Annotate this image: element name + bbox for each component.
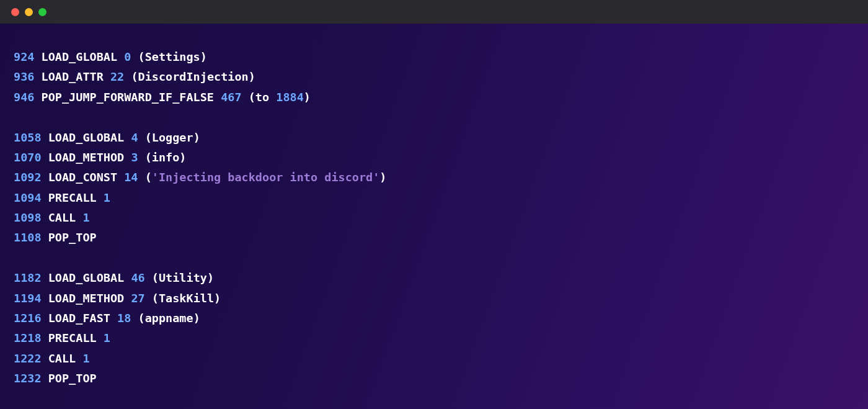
- bytecode-oparg: 3: [131, 151, 138, 164]
- bytecode-listing: 924 LOAD_GLOBAL 0 (Settings)936 LOAD_ATT…: [0, 24, 868, 409]
- bytecode-oparg: 1: [104, 191, 110, 204]
- bytecode-arg-name: appname: [145, 312, 193, 325]
- bytecode-opcode: CALL: [48, 352, 76, 365]
- bytecode-line: 1092 LOAD_CONST 14 ('Injecting backdoor …: [14, 168, 868, 187]
- bytecode-opcode: LOAD_GLOBAL: [48, 131, 125, 144]
- bytecode-line: 1182 LOAD_GLOBAL 46 (Utility): [14, 268, 868, 288]
- bytecode-oparg: 1: [104, 331, 110, 344]
- bytecode-offset: 1182: [14, 271, 42, 284]
- bytecode-offset: 936: [14, 70, 34, 83]
- bytecode-offset: 946: [14, 91, 34, 104]
- bytecode-const-string: 'Injecting backdoor into discord': [152, 171, 380, 184]
- bytecode-arg-name: Logger: [152, 131, 193, 144]
- bytecode-opcode: LOAD_GLOBAL: [42, 50, 118, 63]
- close-icon[interactable]: [11, 8, 19, 16]
- blank-line: [14, 107, 868, 127]
- bytecode-offset: 1218: [14, 331, 42, 344]
- bytecode-opcode: LOAD_GLOBAL: [48, 271, 125, 284]
- bytecode-oparg: 22: [110, 70, 124, 83]
- bytecode-oparg: 14: [124, 171, 138, 184]
- bytecode-line: 924 LOAD_GLOBAL 0 (Settings): [14, 47, 868, 67]
- bytecode-line: 1232 POP_TOP: [14, 369, 868, 389]
- window-titlebar: [0, 0, 868, 24]
- bytecode-offset: 1232: [14, 372, 42, 385]
- bytecode-opcode: PRECALL: [48, 191, 97, 204]
- bytecode-line: 1222 CALL 1: [14, 349, 868, 369]
- bytecode-opcode: POP_JUMP_FORWARD_IF_FALSE: [42, 91, 214, 104]
- bytecode-offset: 1058: [14, 131, 42, 144]
- bytecode-arg-name: DiscordInjection: [138, 70, 249, 83]
- bytecode-offset: 1092: [14, 171, 42, 184]
- bytecode-line: 1098 CALL 1: [14, 208, 868, 228]
- bytecode-offset: 1070: [14, 151, 42, 164]
- bytecode-oparg: 4: [131, 131, 138, 144]
- bytecode-offset: 1094: [14, 191, 42, 204]
- bytecode-offset: 924: [14, 50, 34, 63]
- bytecode-arg-name: Settings: [145, 50, 200, 63]
- bytecode-oparg: 1: [82, 211, 89, 224]
- minimize-icon[interactable]: [25, 8, 33, 16]
- bytecode-line: 946 POP_JUMP_FORWARD_IF_FALSE 467 (to 18…: [14, 88, 868, 107]
- bytecode-offset: 1194: [14, 292, 42, 305]
- blank-line: [14, 248, 868, 268]
- bytecode-oparg: 27: [131, 292, 144, 305]
- bytecode-opcode: POP_TOP: [48, 372, 97, 385]
- bytecode-arg-name: TaskKill: [159, 292, 214, 305]
- bytecode-oparg: 18: [117, 312, 131, 325]
- bytecode-line: 936 LOAD_ATTR 22 (DiscordInjection): [14, 67, 868, 87]
- bytecode-offset: 1222: [14, 352, 42, 365]
- bytecode-opcode: LOAD_FAST: [48, 312, 110, 325]
- bytecode-opcode: CALL: [48, 211, 76, 224]
- bytecode-opcode: LOAD_METHOD: [48, 151, 125, 164]
- zoom-icon[interactable]: [38, 8, 46, 16]
- bytecode-oparg: 467: [221, 91, 241, 104]
- bytecode-line: 1216 LOAD_FAST 18 (appname): [14, 308, 868, 328]
- bytecode-offset: 1216: [14, 312, 42, 325]
- bytecode-opcode: POP_TOP: [48, 231, 97, 244]
- bytecode-opcode: PRECALL: [48, 331, 97, 344]
- bytecode-line: 1070 LOAD_METHOD 3 (info): [14, 148, 868, 168]
- bytecode-line: 1218 PRECALL 1: [14, 328, 868, 348]
- bytecode-opcode: LOAD_ATTR: [42, 70, 104, 83]
- bytecode-oparg: 0: [124, 50, 131, 63]
- bytecode-line: 1108 POP_TOP: [14, 228, 868, 248]
- bytecode-opcode: LOAD_CONST: [48, 171, 117, 184]
- bytecode-line: 1194 LOAD_METHOD 27 (TaskKill): [14, 289, 868, 308]
- bytecode-opcode: LOAD_METHOD: [48, 292, 125, 305]
- bytecode-offset: 1108: [14, 231, 42, 244]
- bytecode-line: 1094 PRECALL 1: [14, 188, 868, 208]
- bytecode-oparg: 46: [131, 271, 144, 284]
- bytecode-arg-name: info: [152, 151, 180, 164]
- bytecode-jump-target: 1884: [276, 91, 304, 104]
- bytecode-line: 1058 LOAD_GLOBAL 4 (Logger): [14, 128, 868, 148]
- bytecode-oparg: 1: [82, 352, 89, 365]
- bytecode-offset: 1098: [14, 211, 42, 224]
- bytecode-arg-name: Utility: [159, 271, 207, 284]
